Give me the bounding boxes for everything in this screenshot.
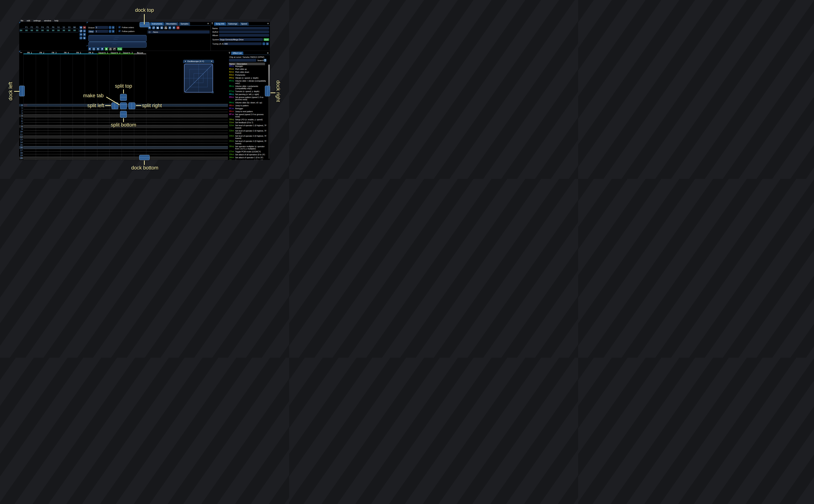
dock-bottom-target[interactable]: [139, 155, 150, 160]
follow-pattern-label: Follow pattern: [122, 30, 135, 32]
order-cell[interactable]: 00: [67, 29, 72, 32]
play-button[interactable]: [88, 47, 91, 50]
effect-list-row: 01xxPitch slide up: [229, 68, 267, 70]
remove-order-button[interactable]: [83, 26, 86, 29]
split-right-target[interactable]: [128, 102, 135, 109]
close-icon[interactable]: ✕: [267, 23, 269, 25]
resize-grip-icon[interactable]: [211, 91, 214, 93]
duplicate-order-button[interactable]: [79, 29, 82, 32]
order-cell[interactable]: 00: [61, 29, 67, 32]
menu-item-window[interactable]: window: [44, 20, 51, 22]
split-bottom-target[interactable]: [120, 111, 127, 118]
menu-item-edit[interactable]: edit: [27, 20, 30, 22]
collapse-window-icon[interactable]: ▼: [184, 60, 186, 62]
menu-item-file[interactable]: file: [21, 20, 23, 22]
move-instrument-down-button[interactable]: [172, 26, 175, 29]
collapse-panel-icon[interactable]: ▼: [229, 52, 230, 54]
play-pattern-button[interactable]: [92, 47, 95, 50]
order-cell[interactable]: 00: [24, 29, 29, 32]
order-cell[interactable]: 00: [45, 29, 50, 32]
octave-minus-button[interactable]: -: [109, 26, 111, 29]
poly-button[interactable]: Poly: [117, 47, 122, 50]
tuning-input[interactable]: 440: [223, 42, 262, 45]
close-icon[interactable]: ✕: [267, 52, 269, 54]
octave-plus-button[interactable]: +: [112, 26, 114, 29]
add-order-button[interactable]: [79, 26, 82, 29]
tab-effect-list[interactable]: Effect List: [231, 52, 243, 55]
order-cell[interactable]: 00: [56, 29, 61, 32]
order-cell[interactable]: 00: [72, 29, 77, 32]
effect-code: 07xy: [229, 90, 235, 92]
octave-input[interactable]: 3: [95, 26, 108, 29]
tab-instruments[interactable]: Instruments: [150, 22, 164, 25]
row-number: 13: [19, 138, 23, 141]
tuning-plus-button[interactable]: +: [266, 42, 269, 45]
repeat-button[interactable]: [113, 47, 116, 50]
expand-channels-button[interactable]: ++: [20, 52, 22, 54]
instrument-dir-button[interactable]: [164, 26, 167, 29]
menu-item-help[interactable]: help: [54, 20, 58, 22]
tuning-minus-button[interactable]: -: [262, 42, 265, 45]
dock-right-target[interactable]: [265, 86, 270, 96]
effect-list-menu-button[interactable]: [263, 59, 266, 62]
tab-subsongs[interactable]: Subsongs: [226, 22, 239, 25]
follow-orders-checkbox[interactable]: ✓: [118, 26, 121, 28]
menu-item-settings[interactable]: settings: [33, 20, 41, 22]
tab-wavetables[interactable]: Wavetables: [164, 22, 178, 25]
song-author-input[interactable]: [219, 30, 269, 33]
piano-keyboard-lower[interactable]: [88, 42, 146, 48]
instrument-name: - None -: [152, 31, 159, 33]
order-cell[interactable]: 00: [40, 29, 45, 32]
effect-code: 0Dxx: [229, 110, 235, 113]
duplicate-instrument-button[interactable]: [152, 26, 155, 29]
step-down-button[interactable]: [100, 47, 104, 50]
save-instrument-button[interactable]: [160, 26, 163, 29]
step-plus-button[interactable]: +: [112, 30, 114, 33]
split-top-target[interactable]: [120, 94, 127, 101]
follow-pattern-checkbox[interactable]: ✓: [118, 30, 121, 32]
order-edit-mode-button[interactable]: [83, 36, 86, 39]
stop-button[interactable]: [105, 47, 108, 50]
deep-clone-order-button[interactable]: [79, 36, 82, 39]
effect-description: Set speed (speed 2 if no grooves exist): [235, 113, 267, 118]
move-order-down-button[interactable]: [79, 33, 82, 36]
song-album-input[interactable]: [219, 34, 269, 37]
oscilloscope-titlebar[interactable]: ▼ Oscilloscope (X-Y) ✕: [183, 60, 214, 63]
piano-keyboard-upper[interactable]: [88, 35, 146, 42]
metronome-button[interactable]: [109, 47, 112, 50]
delete-instrument-button[interactable]: [176, 26, 179, 29]
play-row-button[interactable]: [96, 47, 100, 50]
close-icon[interactable]: ✕: [211, 60, 212, 62]
song-name-input[interactable]: [219, 27, 269, 30]
order-row-index[interactable]: 00: [18, 29, 24, 32]
scrollbar-track[interactable]: [268, 64, 270, 159]
step-minus-button[interactable]: -: [109, 30, 111, 33]
step-input[interactable]: 1: [95, 30, 108, 33]
instrument-list-item[interactable]: - None -: [147, 31, 209, 34]
order-cell[interactable]: 00: [34, 29, 40, 32]
open-instrument-button[interactable]: [156, 26, 159, 29]
effect-search-input[interactable]: [229, 59, 256, 62]
move-order-up-button[interactable]: [83, 29, 86, 32]
collapse-panel-icon[interactable]: ▼: [212, 23, 213, 25]
row-number: 15: [19, 144, 23, 146]
close-icon[interactable]: ✕: [207, 23, 209, 25]
move-instrument-up-button[interactable]: [168, 26, 171, 29]
effect-description: Set operator multiplier (x: operator fro…: [235, 145, 267, 150]
tab-speed[interactable]: Speed: [239, 22, 249, 25]
make-tab-target[interactable]: [120, 102, 127, 109]
order-change-all-button[interactable]: [83, 33, 86, 36]
chevron-down-icon: [80, 34, 82, 36]
dock-right-label: dock right: [275, 80, 281, 102]
order-cell[interactable]: 00: [50, 29, 56, 32]
system-input[interactable]: Sega Genesis/Mega Drive: [219, 38, 263, 41]
play-edit-controls-panel: Octave 3 - + Step 1 - + ✓ Follow orders …: [87, 22, 147, 51]
column-header-description: Description: [237, 63, 247, 65]
tab-samples[interactable]: Samples: [179, 22, 190, 25]
dock-left-target[interactable]: [19, 86, 25, 96]
effect-code: 12xx: [229, 124, 235, 129]
effect-list-row: 17xxToggle PCM mode (LEGACY): [229, 151, 267, 153]
system-auto-button[interactable]: Auto: [263, 38, 269, 41]
order-cell[interactable]: 00: [29, 29, 34, 32]
tab-song-info[interactable]: Song Info: [214, 22, 226, 25]
